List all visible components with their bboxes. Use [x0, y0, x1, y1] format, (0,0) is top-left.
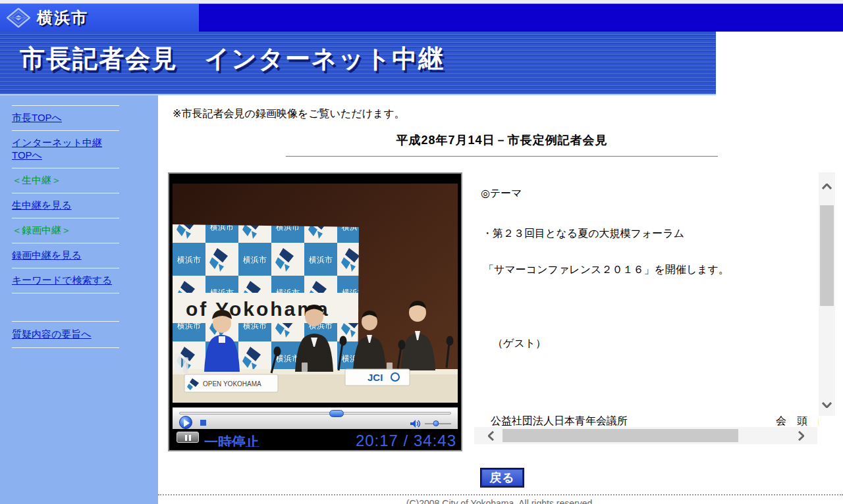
recorded-section-label: ＜録画中継＞	[12, 224, 71, 236]
internet-broadcast-top-link[interactable]: インターネット中継TOPへ	[12, 137, 102, 161]
theme-line-1: ・第２３回目となる夏の大規模フォーラム	[482, 227, 684, 241]
volume-slider[interactable]	[425, 423, 451, 424]
pause-icon	[185, 435, 187, 441]
sidebar-item-keyword-search: キーワードで検索する	[12, 268, 119, 293]
vertical-scroll-thumb[interactable]	[820, 205, 834, 306]
conference-heading: 平成28年7月14日－市長定例記者会見	[286, 132, 718, 148]
sidebar-item-mayor-top: 市長TOPへ	[12, 105, 119, 130]
keyword-search-link[interactable]: キーワードで検索する	[12, 274, 112, 286]
yokohama-city-emblem-icon	[7, 8, 30, 28]
svg-text:JCI: JCI	[367, 372, 383, 383]
horizontal-scrollbar[interactable]	[474, 427, 817, 444]
guest-line: 公益社団法人日本青年会議所会 頭 山本 樹	[491, 415, 819, 426]
guest-heading: （ゲスト）	[493, 337, 546, 351]
site-logo-area[interactable]: 横浜市	[0, 4, 199, 32]
mayor-top-link[interactable]: 市長TOPへ	[12, 112, 62, 123]
guest-title-name: 会 頭 山本 樹	[776, 415, 819, 426]
play-button[interactable]	[179, 416, 192, 429]
guest-organization: 公益社団法人日本青年会議所	[491, 415, 628, 426]
playback-status-label: 一時停止	[204, 433, 259, 447]
stop-button[interactable]	[200, 420, 206, 426]
scroll-up-icon[interactable]	[819, 178, 835, 195]
scroll-left-icon[interactable]	[482, 427, 499, 444]
player-controls	[173, 407, 458, 429]
top-bar: 横浜市	[0, 4, 843, 32]
sidebar-menu: 市長TOPへ インターネット中継TOPへ ＜生中継＞ 生中継を見る ＜録画中継＞…	[12, 105, 119, 293]
sidebar-item-internet-top: インターネット中継TOPへ	[12, 130, 119, 168]
back-button[interactable]: 戻る	[481, 468, 524, 487]
volume-thumb[interactable]	[433, 420, 439, 426]
vertical-scrollbar[interactable]	[819, 172, 835, 416]
page-banner: 市長記者会見 インターネット中継	[0, 32, 716, 95]
video-display[interactable]: 横浜市 横浜市 of Yokohama	[173, 177, 458, 407]
seek-bar[interactable]	[179, 412, 451, 415]
conference-info-panel: ◎テーマ ・第２３回目となる夏の大規模フォーラム 「サマーコンファレンス２０１６…	[474, 172, 819, 426]
conference-heading-block: 平成28年7月14日－市長定例記者会見	[286, 132, 718, 157]
live-section-label: ＜生中継＞	[12, 174, 61, 186]
watch-live-link[interactable]: 生中継を見る	[12, 199, 72, 211]
sidebar-item-watch-recorded: 録画中継を見る	[12, 243, 119, 268]
sidebar-item-watch-live: 生中継を見る	[12, 193, 119, 218]
page-note: ※市長記者会見の録画映像をご覧いただけます。	[173, 107, 405, 121]
seek-thumb[interactable]	[329, 410, 344, 417]
horizontal-scroll-thumb[interactable]	[503, 429, 738, 442]
copyright-text: (C)2008 City of Yokohama. All rights res…	[158, 494, 843, 504]
sidebar-item-qa-summary: 質疑内容の要旨へ	[12, 321, 119, 348]
scroll-right-icon[interactable]	[792, 427, 809, 444]
theme-line-2: 「サマーコンファレンス２０１６」を開催します。	[483, 263, 729, 277]
pause-button[interactable]	[177, 432, 199, 443]
play-icon	[184, 419, 190, 427]
sidebar: 市長TOPへ インターネット中継TOPへ ＜生中継＞ 生中継を見る ＜録画中継＞…	[0, 95, 158, 504]
svg-text:OPEN YOKOHAMA: OPEN YOKOHAMA	[203, 380, 261, 388]
scroll-down-icon[interactable]	[819, 396, 835, 413]
sidebar-item-live-header: ＜生中継＞	[12, 168, 119, 193]
video-player: 横浜市 横浜市 of Yokohama	[168, 172, 462, 451]
player-status-bar: 一時停止 20:17 / 34:43	[173, 429, 458, 447]
watch-recorded-link[interactable]: 録画中継を見る	[12, 249, 82, 261]
qa-summary-link[interactable]: 質疑内容の要旨へ	[12, 328, 92, 340]
page-title: 市長記者会見 インターネット中継	[20, 42, 445, 76]
sidebar-item-recorded-header: ＜録画中継＞	[12, 218, 119, 243]
time-display: 20:17 / 34:43	[356, 432, 456, 447]
volume-icon[interactable]	[410, 418, 421, 429]
site-name: 横浜市	[37, 7, 88, 28]
video-frame: 横浜市 横浜市 of Yokohama	[173, 177, 458, 407]
theme-heading: ◎テーマ	[481, 187, 522, 201]
